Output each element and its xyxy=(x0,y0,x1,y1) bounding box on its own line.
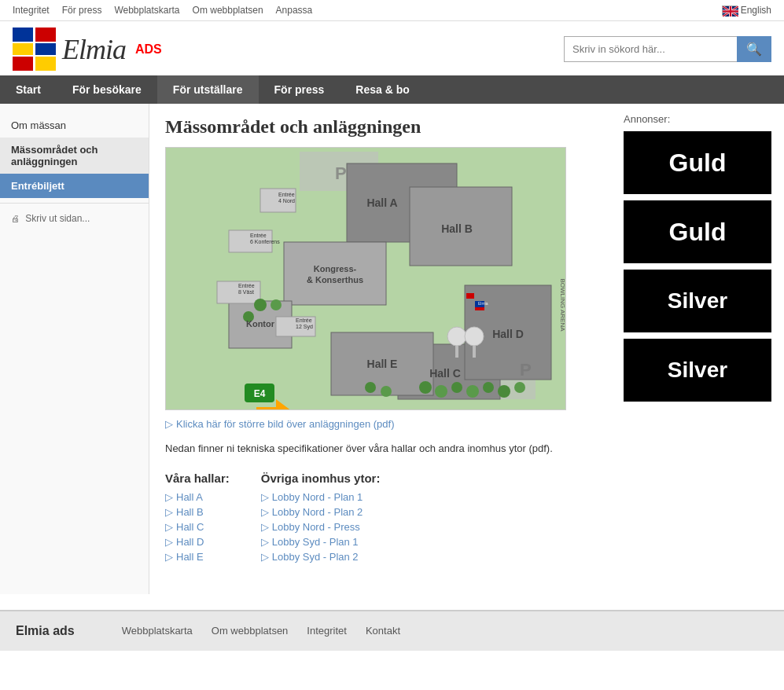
svg-rect-2 xyxy=(35,28,56,42)
logo-area[interactable]: Elmia ADS xyxy=(13,28,162,71)
lobby-nord-1-link[interactable]: ▷ Lobby Nord - Plan 1 xyxy=(261,491,381,503)
svg-rect-16 xyxy=(284,242,386,305)
list-item: ▷ Lobby Syd - Plan 1 xyxy=(261,536,381,548)
lobby-syd-2-link[interactable]: ▷ Lobby Syd - Plan 2 xyxy=(261,551,381,563)
sidebar-print[interactable]: 🖨 Skriv ut sidan... xyxy=(0,208,149,229)
svg-point-23 xyxy=(271,299,282,310)
facility-map: Hall A Hall B Hall C Hall D Hall E Kongr… xyxy=(166,148,566,410)
svg-text:Entrée: Entrée xyxy=(296,317,312,323)
svg-point-37 xyxy=(465,327,484,346)
nav-resabo[interactable]: Resa & bo xyxy=(340,75,425,104)
svg-rect-64 xyxy=(466,293,474,299)
svg-rect-3 xyxy=(13,43,33,55)
other-column: Övriga inomhus ytor: ▷ Lobby Nord - Plan… xyxy=(261,472,381,566)
sidebar-item-entrebiljett[interactable]: Entrébiljett xyxy=(0,174,149,198)
svg-text:E4: E4 xyxy=(254,388,266,399)
svg-rect-1 xyxy=(13,28,33,42)
sidebar-item-ommässan[interactable]: Om mässan xyxy=(0,113,149,138)
svg-text:Hall E: Hall E xyxy=(367,358,398,370)
footer-webbplatskarta[interactable]: Webbplatskarta xyxy=(122,625,193,637)
svg-point-33 xyxy=(381,386,392,397)
bullet-icon: ▷ xyxy=(165,491,173,503)
halls-title: Våra hallar: xyxy=(165,472,230,485)
svg-text:12 Syd: 12 Syd xyxy=(296,324,313,330)
list-item: ▷ Hall E xyxy=(165,551,230,563)
ad-block-gold-2[interactable]: Guld xyxy=(624,200,771,263)
nav-forpress[interactable]: För press xyxy=(62,5,102,16)
ad-block-gold-1[interactable]: Guld xyxy=(624,131,771,194)
svg-text:& Konserthus: & Konserthus xyxy=(307,275,363,284)
other-title: Övriga inomhus ytor: xyxy=(261,472,381,485)
nav-forpress[interactable]: För press xyxy=(259,75,340,104)
printer-icon: 🖨 xyxy=(11,214,20,223)
content-wrapper: Om mässan Mässområdet och anläggningen E… xyxy=(0,104,784,594)
nav-omwebbplatsen[interactable]: Om webbplatsen xyxy=(193,5,263,16)
svg-text:6 Konferens: 6 Konferens xyxy=(250,239,280,244)
svg-text:Hall C: Hall C xyxy=(429,367,461,380)
list-item: ▷ Hall A xyxy=(165,491,230,503)
sidebar-item-massomradet[interactable]: Mässområdet och anläggningen xyxy=(0,138,149,174)
svg-rect-35 xyxy=(475,307,484,310)
nav-forutstallare[interactable]: För utställare xyxy=(157,75,259,104)
nav-webbplatskarta[interactable]: Webbplatskarta xyxy=(114,5,179,16)
svg-point-31 xyxy=(514,382,525,393)
ad-block-silver-1[interactable]: Silver xyxy=(624,270,771,332)
hall-b-link[interactable]: ▷ Hall B xyxy=(165,506,230,518)
ad-block-silver-2[interactable]: Silver xyxy=(624,339,771,402)
svg-text:Entrée: Entrée xyxy=(238,283,255,288)
ads-label: Annonser: xyxy=(624,113,771,125)
lobby-nord-2-link[interactable]: ▷ Lobby Nord - Plan 2 xyxy=(261,506,381,518)
svg-rect-39 xyxy=(473,346,476,358)
hall-e-link[interactable]: ▷ Hall E xyxy=(165,551,230,563)
lobby-nord-press-link[interactable]: ▷ Lobby Nord - Press xyxy=(261,521,381,533)
nav-anpassa[interactable]: Anpassa xyxy=(276,5,313,16)
footer-brand: Elmia ads xyxy=(16,624,75,638)
bullet-icon: ▷ xyxy=(165,536,173,548)
hall-d-link[interactable]: ▷ Hall D xyxy=(165,536,230,548)
list-item: ▷ Lobby Nord - Plan 1 xyxy=(261,491,381,503)
footer-kontakt[interactable]: Kontakt xyxy=(366,625,400,637)
search-input[interactable] xyxy=(564,36,737,62)
bullet-icon: ▷ xyxy=(261,521,269,533)
bullet-icon: ▷ xyxy=(165,521,173,533)
footer-integritet[interactable]: Integritet xyxy=(307,625,347,637)
svg-rect-38 xyxy=(455,346,458,358)
svg-text:8 Väst: 8 Väst xyxy=(238,289,254,295)
elmia-flag-logo xyxy=(13,28,56,71)
lobby-syd-1-link[interactable]: ▷ Lobby Syd - Plan 1 xyxy=(261,536,381,548)
other-list: ▷ Lobby Nord - Plan 1 ▷ Lobby Nord - Pla… xyxy=(261,491,381,563)
halls-list: ▷ Hall A ▷ Hall B ▷ Hall C ▷ Hall D ▷ Ha… xyxy=(165,491,230,563)
nav-integritet[interactable]: Integritet xyxy=(13,5,50,16)
bullet-icon: ▷ xyxy=(261,491,269,503)
list-item: ▷ Lobby Nord - Press xyxy=(261,521,381,533)
hall-c-link[interactable]: ▷ Hall C xyxy=(165,521,230,533)
svg-point-30 xyxy=(498,385,510,398)
svg-point-26 xyxy=(435,385,447,398)
sidebar: Om mässan Mässområdet och anläggningen E… xyxy=(0,104,149,594)
page-title: Mässområdet och anläggningen xyxy=(165,116,595,138)
svg-text:Hall D: Hall D xyxy=(492,328,524,340)
ads-label: ADS xyxy=(135,42,162,57)
list-item: ▷ Lobby Nord - Plan 2 xyxy=(261,506,381,518)
search-button[interactable]: 🔍 xyxy=(737,36,771,62)
map-pdf-link[interactable]: ▷ Klicka här för större bild över anlägg… xyxy=(165,418,595,430)
description: Nedan finner ni tekniska specifikationer… xyxy=(165,441,566,457)
svg-text:BOWLING ARENA: BOWLING ARENA xyxy=(559,278,566,332)
svg-rect-5 xyxy=(13,57,33,71)
top-nav-links: Integritet För press Webbplatskarta Om w… xyxy=(13,5,312,16)
svg-point-36 xyxy=(447,327,466,346)
svg-text:Kongress-: Kongress- xyxy=(314,264,357,273)
nav-forbesokare[interactable]: För besökare xyxy=(57,75,157,104)
ads-sidebar: Annonser: Guld Guld Silver Silver xyxy=(611,104,784,594)
language-label: English xyxy=(741,5,771,16)
language-selector[interactable]: English xyxy=(722,5,771,16)
svg-rect-6 xyxy=(35,57,56,71)
circle-arrow-icon: ▷ xyxy=(165,418,173,430)
hall-a-link[interactable]: ▷ Hall A xyxy=(165,491,230,503)
list-item: ▷ Hall C xyxy=(165,521,230,533)
svg-text:Elmia: Elmia xyxy=(478,301,488,306)
nav-start[interactable]: Start xyxy=(0,75,57,104)
footer-omwebbplatsen[interactable]: Om webbplatsen xyxy=(212,625,289,637)
map-container: Hall A Hall B Hall C Hall D Hall E Kongr… xyxy=(165,147,566,410)
map-pdf-text: Klicka här för större bild över anläggni… xyxy=(176,418,394,430)
